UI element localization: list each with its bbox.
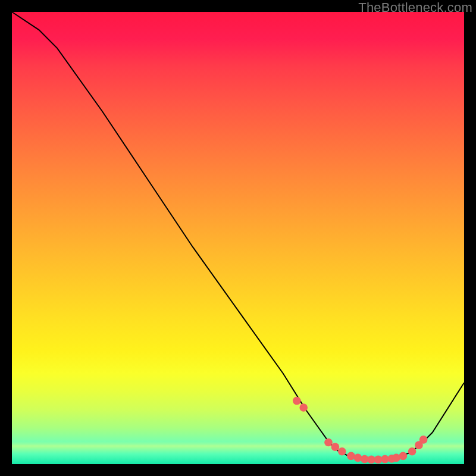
highlight-dot: [419, 436, 428, 444]
highlight-dot: [408, 447, 416, 456]
plot-area: [12, 12, 464, 464]
curve-svg: [12, 12, 464, 464]
highlight-dot: [324, 439, 333, 447]
highlight-dot: [331, 443, 340, 451]
highlight-dot: [338, 447, 346, 456]
bottleneck-curve: [12, 12, 464, 459]
highlight-dot: [399, 452, 408, 460]
chart-frame: TheBottleneck.com: [0, 0, 476, 476]
highlight-dot: [354, 454, 362, 462]
highlight-dot: [293, 397, 301, 405]
highlight-dot: [299, 403, 308, 412]
